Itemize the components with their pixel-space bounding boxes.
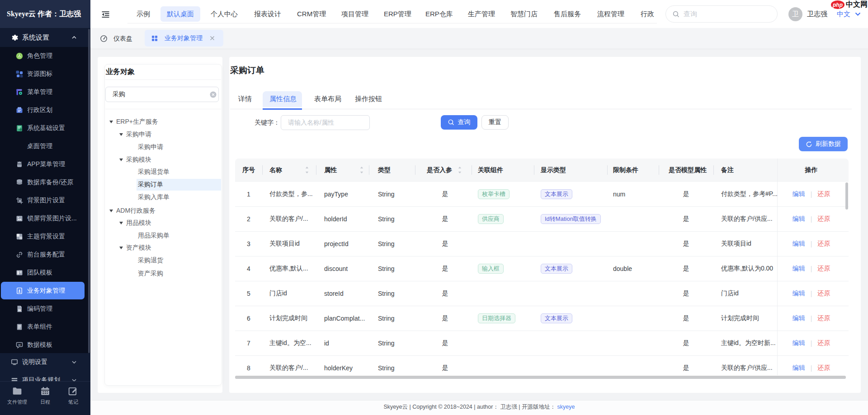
svg-text:w: w bbox=[18, 308, 21, 312]
svg-text:w: w bbox=[18, 343, 21, 346]
